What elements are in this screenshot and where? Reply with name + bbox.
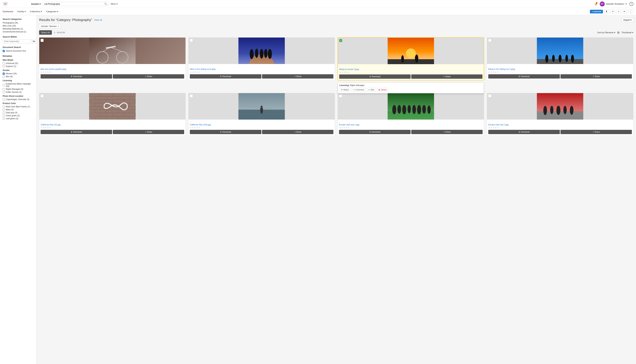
download-toolbar-button[interactable]: ⬇ (604, 10, 609, 14)
share-toolbar-button[interactable]: ↗ (610, 10, 615, 14)
product-color-dark-gray[interactable]: Dark gray (3) (3, 112, 34, 114)
product-color-grass-green-checkbox[interactable] (3, 114, 5, 117)
asset-2-heart-icon[interactable]: ♡ (190, 65, 192, 68)
asset-1-heart-icon[interactable]: ♡ (41, 65, 43, 68)
view-button[interactable]: Thumbnail ▾ (621, 31, 633, 34)
asset-6-title[interactable]: California Hwy 101b.jpg (190, 124, 333, 126)
keyword-input[interactable] (3, 39, 31, 43)
popup-edit-button[interactable]: ✏ Edit (367, 88, 375, 92)
sidebar-category-bike-lines[interactable]: Bike Lines (24) (3, 25, 34, 27)
product-color-multi[interactable]: Multi Color Bike Frames (7) (3, 106, 34, 108)
product-color-grass-green[interactable]: Grass green (3) (3, 114, 34, 117)
product-color-leaf-green[interactable]: Leaf green (3) (3, 118, 34, 120)
asset-6-share-button[interactable]: ↗ Share (262, 130, 334, 134)
asset-8-download-button[interactable]: ⬇ Download (488, 130, 560, 134)
clear-all-button[interactable]: Clear all (94, 19, 102, 21)
sidebar-category-photography[interactable]: Photography (34) (3, 22, 34, 24)
asset-4-share-button[interactable]: ↗ Share (560, 74, 632, 78)
asset-4-heart-icon[interactable]: ♡ (488, 65, 490, 68)
asset-4-title[interactable]: biking in the setting sun 2.jpeg (488, 68, 632, 70)
sidebar-category-screenshot[interactable]: Screenshot/Screencast (1) (3, 30, 34, 33)
more-button[interactable]: More ▾ (111, 3, 118, 5)
nav-link-dashboard[interactable]: Dashboard (3, 10, 13, 13)
licensing-public-domain[interactable]: Public Domain (3) (3, 91, 34, 93)
asset-2-title[interactable]: bikes in the setting sun1.jpeg (190, 68, 333, 70)
asset-1-select-checkbox[interactable] (41, 39, 44, 42)
asset-4-download-button[interactable]: ⬇ Download (488, 74, 560, 78)
asset-8-heart-icon[interactable]: ♡ (488, 121, 490, 124)
popup-watch-button[interactable]: 👁 Watch (339, 88, 350, 92)
edit-toolbar-button[interactable]: ✏ (622, 10, 627, 14)
asset-5-heart-icon[interactable]: ♡ (41, 121, 43, 124)
asset-6-heart-icon[interactable]: ♡ (190, 121, 192, 124)
keyword-go-button[interactable]: Go (31, 39, 37, 43)
asset-7-heart-icon[interactable]: ♡ (339, 121, 341, 124)
asset-8-title[interactable]: Europe road race 2.jpg (488, 124, 632, 126)
asset-2-share-button[interactable]: ↗ Share (262, 74, 334, 78)
asset-7-share-button[interactable]: ↗ Share (411, 130, 483, 134)
gender-women-checkbox[interactable] (3, 72, 5, 75)
product-color-dark-gray-checkbox[interactable] (3, 112, 5, 114)
notification-button[interactable]: 🔔 (594, 3, 597, 5)
product-color-multi-checkbox[interactable] (3, 106, 5, 108)
popup-delete-button[interactable]: 🗑 Delete (377, 88, 388, 92)
remove-gender-filter-button[interactable]: × (58, 25, 59, 28)
bike-model-universal-checkbox[interactable] (3, 62, 5, 64)
asset-7-title[interactable]: Europe road race 1.jpg (339, 124, 483, 126)
help-button[interactable]: ? (629, 2, 633, 6)
gender-men[interactable]: Men (8) (3, 76, 34, 78)
asset-7-download-button[interactable]: ⬇ Download (339, 130, 410, 134)
export-button[interactable]: Export ▾ (622, 18, 633, 22)
bike-model-explorer[interactable]: Explorer (1) (3, 65, 34, 68)
asset-5-share-button[interactable]: ↗ Share (113, 130, 184, 134)
asset-3-heart-icon[interactable]: ♡ (339, 66, 341, 68)
asset-1-share-button[interactable]: ↗ Share (113, 74, 184, 78)
nav-link-activity[interactable]: Activity ▾ (17, 10, 26, 13)
asset-8-share-button[interactable]: ↗ Share (560, 130, 632, 134)
nav-link-categories[interactable]: Categories ▾ (46, 10, 58, 13)
asset-3-select-checkbox[interactable]: ✓ (339, 39, 342, 42)
product-color-black-checkbox[interactable] (3, 109, 5, 111)
bike-model-universal[interactable]: Universal (32) (3, 62, 34, 64)
assets-dropdown[interactable]: Assets ▾ (31, 3, 41, 5)
asset-2-select-checkbox[interactable] (190, 39, 193, 42)
document-search-checkbox-row[interactable]: Search Document Text (3, 50, 34, 52)
asset-8-select-checkbox[interactable] (488, 94, 491, 98)
asset-6-select-checkbox[interactable] (190, 94, 193, 98)
add-toolbar-button[interactable]: + (616, 10, 621, 14)
asset-5-select-checkbox[interactable] (41, 94, 44, 98)
licensing-eudaimonia[interactable]: Eudaimonia Bikes Copyright (26) (3, 83, 34, 87)
more-toolbar-button[interactable]: ⋮ (628, 10, 633, 14)
asset-3-share-button[interactable]: ↗ Share (411, 74, 483, 79)
photo-shoot-copenhagen[interactable]: Copenhagen, Denmark (3) (3, 98, 34, 100)
product-color-black[interactable]: Black (3) (3, 108, 34, 111)
asset-3-download-button[interactable]: ⬇ Download (339, 74, 410, 79)
user-area[interactable]: DT Danielle Templeton ▾ (600, 2, 627, 6)
asset-5-title[interactable]: California Hwy 101.jpg (41, 124, 184, 126)
asset-7-select-checkbox[interactable] (339, 94, 342, 98)
product-color-leaf-green-checkbox[interactable] (3, 118, 5, 120)
popup-comment-button[interactable]: ✏ Comment (352, 88, 365, 92)
bike-model-explorer-checkbox[interactable] (3, 65, 5, 68)
sort-by-button[interactable]: Sort by Filename ▾ (597, 31, 615, 34)
asset-3-title[interactable]: biking at sunset 2.jpeg (339, 68, 483, 70)
asset-6-download-button[interactable]: ⬇ Download (190, 130, 261, 134)
asset-5-download-button[interactable]: ⬇ Download (41, 130, 112, 134)
licensing-rights-managed[interactable]: Rights Managed (5) (3, 88, 34, 90)
nav-link-collections[interactable]: Collections ▾ (30, 10, 42, 13)
asset-2-download-button[interactable]: ⬇ Download (190, 74, 261, 78)
selected-badge[interactable]: 1 selected (590, 10, 603, 14)
licensing-public-domain-checkbox[interactable] (3, 91, 5, 93)
asset-1-title[interactable]: bike race promo graphic.jpeg (41, 68, 184, 70)
photo-shoot-copenhagen-checkbox[interactable] (3, 98, 5, 100)
asset-1-download-button[interactable]: ⬇ Download (41, 74, 112, 78)
licensing-rights-managed-checkbox[interactable] (3, 88, 5, 90)
search-input[interactable] (44, 3, 104, 5)
gender-men-checkbox[interactable] (3, 76, 5, 78)
licensing-eudaimonia-checkbox[interactable] (3, 84, 5, 86)
gender-women[interactable]: Women (34) (3, 72, 34, 75)
asset-4-select-checkbox[interactable] (488, 39, 491, 42)
sidebar-category-marketing[interactable]: Marketing Materials (1) (3, 28, 34, 30)
document-search-checkbox[interactable] (3, 50, 5, 52)
select-all-button[interactable]: Select All (39, 30, 52, 35)
